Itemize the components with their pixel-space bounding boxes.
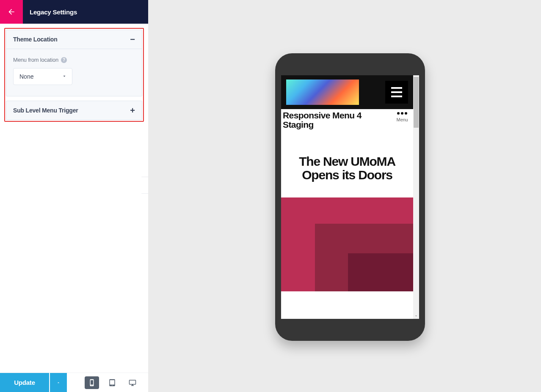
back-button[interactable] <box>0 0 23 24</box>
update-button[interactable]: Update <box>0 373 49 392</box>
section-theme-location: Theme Location − Menu from location ? No… <box>6 30 142 96</box>
preview-logo <box>286 79 359 105</box>
preview-headline: The New UMoMA Opens its Doors <box>281 155 413 182</box>
section-body-theme-location: Menu from location ? None <box>6 49 142 96</box>
menu-label: Menu <box>396 117 408 122</box>
highlighted-sections: Theme Location − Menu from location ? No… <box>4 28 144 122</box>
field-label: Menu from location <box>13 57 58 63</box>
phone-frame: Responsive Menu 4 Staging Menu The New U… <box>275 53 425 341</box>
device-desktop-button[interactable] <box>125 376 140 389</box>
preview-scrollbar[interactable] <box>413 75 419 319</box>
select-value: None <box>19 73 33 80</box>
hamburger-line-icon <box>391 96 402 97</box>
section-title: Theme Location <box>13 36 58 43</box>
hamburger-line-icon <box>391 91 402 93</box>
bottom-bar: Update <box>0 373 148 392</box>
site-title-line1: Responsive Menu 4 <box>283 110 362 120</box>
menu-location-select[interactable]: None <box>13 68 72 85</box>
panel-header: Legacy Settings <box>0 0 148 24</box>
help-icon[interactable]: ? <box>61 57 67 63</box>
section-title: Sub Level Menu Trigger <box>13 107 78 114</box>
hamburger-button[interactable] <box>385 81 408 104</box>
preview-artwork <box>281 197 413 291</box>
preview-screen: Responsive Menu 4 Staging Menu The New U… <box>281 75 419 319</box>
tablet-icon <box>108 379 116 387</box>
section-header-sub-level[interactable]: Sub Level Menu Trigger + <box>6 101 142 120</box>
headline-line2: Opens its Doors <box>302 168 392 182</box>
preview-site-title: Responsive Menu 4 Staging <box>283 111 362 129</box>
desktop-icon <box>129 379 136 387</box>
dots-icon <box>397 112 407 115</box>
mobile-icon <box>88 379 96 387</box>
preview-topbar <box>281 75 413 109</box>
hamburger-line-icon <box>391 87 402 89</box>
minus-icon: − <box>130 36 135 42</box>
preview-canvas: Responsive Menu 4 Staging Menu The New U… <box>148 0 541 392</box>
scroll-down-icon <box>414 314 418 318</box>
triangle-up-icon <box>56 381 61 385</box>
scrollbar-thumb[interactable] <box>414 77 419 128</box>
headline-line1: The New UMoMA <box>299 154 395 168</box>
site-title-line2: Staging <box>283 120 314 129</box>
plus-icon: + <box>130 107 135 113</box>
device-mobile-button[interactable] <box>85 376 99 389</box>
chevron-down-icon <box>62 73 67 80</box>
settings-panel: Legacy Settings Theme Location − Menu fr… <box>0 0 148 392</box>
section-sub-level-menu-trigger: Sub Level Menu Trigger + <box>6 101 142 120</box>
update-dropdown-button[interactable] <box>50 373 67 392</box>
device-tablet-button[interactable] <box>105 376 119 389</box>
update-label: Update <box>14 379 35 386</box>
artwork-layer <box>348 253 413 291</box>
arrow-left-icon <box>7 8 16 16</box>
field-label-row: Menu from location ? <box>13 57 135 63</box>
preview-menu-toggle[interactable]: Menu <box>396 112 408 122</box>
device-toggle-group <box>85 376 140 389</box>
section-header-theme-location[interactable]: Theme Location − <box>6 30 142 49</box>
panel-title: Legacy Settings <box>30 8 77 16</box>
preview-site-row: Responsive Menu 4 Staging Menu <box>281 109 413 134</box>
